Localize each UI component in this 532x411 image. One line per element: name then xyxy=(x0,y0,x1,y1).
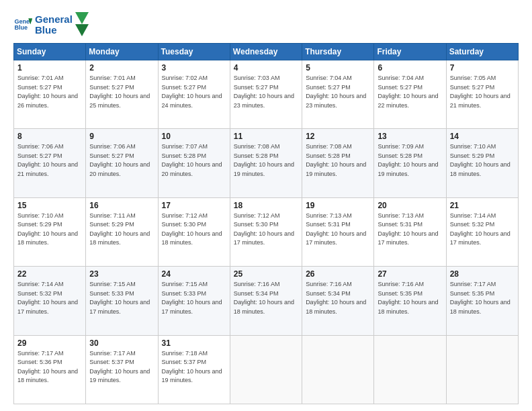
day-cell xyxy=(446,335,518,404)
day-info: Sunrise: 7:10 AMSunset: 5:29 PMDaylight:… xyxy=(17,212,78,246)
day-info: Sunrise: 7:02 AMSunset: 5:27 PMDaylight:… xyxy=(162,75,222,109)
day-cell xyxy=(374,335,446,404)
day-number: 28 xyxy=(450,269,515,279)
day-cell: 29 Sunrise: 7:17 AMSunset: 5:36 PMDaylig… xyxy=(14,335,86,404)
week-row-4: 22 Sunrise: 7:14 AMSunset: 5:32 PMDaylig… xyxy=(14,267,519,335)
day-info: Sunrise: 7:16 AMSunset: 5:34 PMDaylight:… xyxy=(306,281,366,315)
weekday-header-wednesday: Wednesday xyxy=(230,44,302,60)
day-number: 23 xyxy=(89,269,154,279)
weekday-header-tuesday: Tuesday xyxy=(158,44,230,60)
day-number: 7 xyxy=(450,63,515,73)
week-row-3: 15 Sunrise: 7:10 AMSunset: 5:29 PMDaylig… xyxy=(14,197,519,266)
week-row-1: 1 Sunrise: 7:01 AMSunset: 5:27 PMDayligh… xyxy=(14,60,519,129)
day-cell: 31 Sunrise: 7:18 AMSunset: 5:37 PMDaylig… xyxy=(158,335,230,404)
logo-icon: General Blue xyxy=(13,15,32,34)
day-cell: 15 Sunrise: 7:10 AMSunset: 5:29 PMDaylig… xyxy=(14,197,86,266)
day-cell: 5 Sunrise: 7:04 AMSunset: 5:27 PMDayligh… xyxy=(302,60,374,129)
day-number: 25 xyxy=(234,269,299,279)
day-cell: 28 Sunrise: 7:17 AMSunset: 5:35 PMDaylig… xyxy=(446,267,518,335)
day-info: Sunrise: 7:17 AMSunset: 5:36 PMDaylight:… xyxy=(17,350,78,384)
day-cell xyxy=(302,335,374,404)
day-info: Sunrise: 7:03 AMSunset: 5:27 PMDaylight:… xyxy=(234,75,294,109)
day-info: Sunrise: 7:08 AMSunset: 5:28 PMDaylight:… xyxy=(234,143,294,177)
svg-text:Blue: Blue xyxy=(14,24,28,31)
week-row-5: 29 Sunrise: 7:17 AMSunset: 5:36 PMDaylig… xyxy=(14,335,519,404)
day-info: Sunrise: 7:15 AMSunset: 5:33 PMDaylight:… xyxy=(162,281,222,315)
weekday-header-friday: Friday xyxy=(374,44,446,60)
day-info: Sunrise: 7:06 AMSunset: 5:27 PMDaylight:… xyxy=(89,143,150,177)
day-number: 11 xyxy=(234,132,299,141)
day-cell: 22 Sunrise: 7:14 AMSunset: 5:32 PMDaylig… xyxy=(14,267,86,335)
day-number: 19 xyxy=(306,201,371,210)
logo-general: General xyxy=(35,14,73,26)
day-cell: 1 Sunrise: 7:01 AMSunset: 5:27 PMDayligh… xyxy=(14,60,86,129)
day-cell: 23 Sunrise: 7:15 AMSunset: 5:33 PMDaylig… xyxy=(86,267,158,335)
day-cell: 13 Sunrise: 7:09 AMSunset: 5:28 PMDaylig… xyxy=(374,129,446,197)
day-cell: 21 Sunrise: 7:14 AMSunset: 5:32 PMDaylig… xyxy=(446,197,518,266)
svg-marker-5 xyxy=(75,24,89,36)
day-cell: 27 Sunrise: 7:16 AMSunset: 5:35 PMDaylig… xyxy=(374,267,446,335)
day-info: Sunrise: 7:05 AMSunset: 5:27 PMDaylight:… xyxy=(450,75,511,109)
day-cell: 10 Sunrise: 7:07 AMSunset: 5:28 PMDaylig… xyxy=(158,129,230,197)
day-info: Sunrise: 7:16 AMSunset: 5:34 PMDaylight:… xyxy=(234,281,294,315)
day-info: Sunrise: 7:09 AMSunset: 5:28 PMDaylight:… xyxy=(378,143,438,177)
day-number: 29 xyxy=(17,338,83,348)
day-info: Sunrise: 7:06 AMSunset: 5:27 PMDaylight:… xyxy=(17,143,78,177)
day-cell: 25 Sunrise: 7:16 AMSunset: 5:34 PMDaylig… xyxy=(230,267,302,335)
day-info: Sunrise: 7:10 AMSunset: 5:29 PMDaylight:… xyxy=(450,143,511,177)
day-number: 20 xyxy=(378,201,443,210)
day-cell: 2 Sunrise: 7:01 AMSunset: 5:27 PMDayligh… xyxy=(86,60,158,129)
day-number: 15 xyxy=(17,201,83,210)
day-number: 10 xyxy=(162,132,227,141)
logo-blue: Blue xyxy=(35,25,73,36)
day-cell: 11 Sunrise: 7:08 AMSunset: 5:28 PMDaylig… xyxy=(230,129,302,197)
page: General Blue General Blue SundayMondayTu… xyxy=(0,0,532,411)
day-cell: 7 Sunrise: 7:05 AMSunset: 5:27 PMDayligh… xyxy=(446,60,518,129)
day-info: Sunrise: 7:07 AMSunset: 5:28 PMDaylight:… xyxy=(162,143,222,177)
day-cell: 6 Sunrise: 7:04 AMSunset: 5:27 PMDayligh… xyxy=(374,60,446,129)
weekday-header-sunday: Sunday xyxy=(14,44,86,60)
logo-arrow-icon xyxy=(75,12,89,36)
day-info: Sunrise: 7:14 AMSunset: 5:32 PMDaylight:… xyxy=(17,281,78,315)
day-info: Sunrise: 7:15 AMSunset: 5:33 PMDaylight:… xyxy=(89,281,150,315)
day-cell: 3 Sunrise: 7:02 AMSunset: 5:27 PMDayligh… xyxy=(158,60,230,129)
header: General Blue General Blue xyxy=(13,12,519,36)
day-cell xyxy=(230,335,302,404)
day-number: 22 xyxy=(17,269,83,279)
day-info: Sunrise: 7:17 AMSunset: 5:35 PMDaylight:… xyxy=(450,281,511,315)
day-number: 30 xyxy=(89,338,154,348)
day-number: 9 xyxy=(89,132,154,141)
day-number: 4 xyxy=(234,63,299,73)
day-cell: 12 Sunrise: 7:08 AMSunset: 5:28 PMDaylig… xyxy=(302,129,374,197)
day-number: 2 xyxy=(89,63,154,73)
weekday-header-row: SundayMondayTuesdayWednesdayThursdayFrid… xyxy=(14,44,519,60)
day-cell: 19 Sunrise: 7:13 AMSunset: 5:31 PMDaylig… xyxy=(302,197,374,266)
day-info: Sunrise: 7:11 AMSunset: 5:29 PMDaylight:… xyxy=(89,212,150,246)
day-number: 18 xyxy=(234,201,299,210)
day-info: Sunrise: 7:13 AMSunset: 5:31 PMDaylight:… xyxy=(306,212,366,246)
day-number: 1 xyxy=(17,63,83,73)
day-cell: 9 Sunrise: 7:06 AMSunset: 5:27 PMDayligh… xyxy=(86,129,158,197)
day-cell: 16 Sunrise: 7:11 AMSunset: 5:29 PMDaylig… xyxy=(86,197,158,266)
day-number: 6 xyxy=(378,63,443,73)
day-number: 21 xyxy=(450,201,515,210)
day-cell: 24 Sunrise: 7:15 AMSunset: 5:33 PMDaylig… xyxy=(158,267,230,335)
day-info: Sunrise: 7:12 AMSunset: 5:30 PMDaylight:… xyxy=(162,212,222,246)
svg-marker-4 xyxy=(75,12,89,24)
day-cell: 8 Sunrise: 7:06 AMSunset: 5:27 PMDayligh… xyxy=(14,129,86,197)
day-info: Sunrise: 7:17 AMSunset: 5:37 PMDaylight:… xyxy=(89,350,150,384)
day-number: 31 xyxy=(162,338,227,348)
day-number: 3 xyxy=(162,63,227,73)
week-row-2: 8 Sunrise: 7:06 AMSunset: 5:27 PMDayligh… xyxy=(14,129,519,197)
logo: General Blue General Blue xyxy=(13,12,89,36)
day-info: Sunrise: 7:14 AMSunset: 5:32 PMDaylight:… xyxy=(450,212,511,246)
day-number: 13 xyxy=(378,132,443,141)
day-info: Sunrise: 7:13 AMSunset: 5:31 PMDaylight:… xyxy=(378,212,438,246)
weekday-header-monday: Monday xyxy=(86,44,158,60)
day-number: 12 xyxy=(306,132,371,141)
day-cell: 4 Sunrise: 7:03 AMSunset: 5:27 PMDayligh… xyxy=(230,60,302,129)
calendar-table: SundayMondayTuesdayWednesdayThursdayFrid… xyxy=(13,43,519,404)
day-info: Sunrise: 7:12 AMSunset: 5:30 PMDaylight:… xyxy=(234,212,294,246)
day-info: Sunrise: 7:18 AMSunset: 5:37 PMDaylight:… xyxy=(162,350,222,384)
day-info: Sunrise: 7:01 AMSunset: 5:27 PMDaylight:… xyxy=(17,75,78,109)
